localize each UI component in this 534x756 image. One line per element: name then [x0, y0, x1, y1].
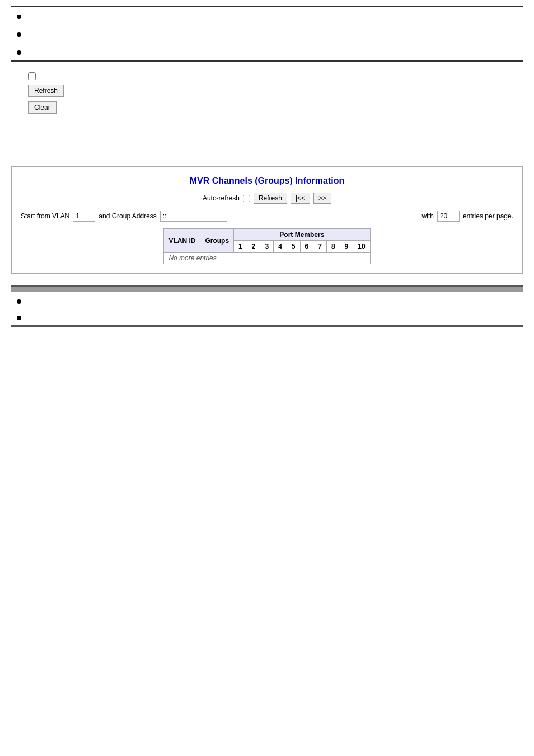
top-table-value-2 [123, 25, 523, 43]
top-table-value-1 [123, 7, 523, 25]
bullet-icon [17, 299, 21, 304]
filter-group-label: and Group Address [99, 212, 156, 220]
bottom-bullet-cell-1 [11, 292, 123, 309]
table-row [11, 309, 523, 326]
bottom-bullet-cell-2 [11, 309, 123, 326]
refresh-button[interactable]: Refresh [28, 85, 64, 97]
filter-start-vlan-label: Start from VLAN [21, 212, 69, 220]
auto-refresh-checkbox[interactable] [28, 72, 36, 80]
filter-group-input[interactable] [160, 211, 227, 222]
bullet-cell-1 [11, 7, 123, 25]
mvr-col-vlanid: VLAN ID [164, 229, 200, 253]
bullet-icon [17, 15, 21, 19]
mvr-col-port-5: 5 [287, 241, 300, 253]
controls-area: Refresh Clear [28, 72, 523, 114]
bullet-icon [17, 32, 21, 37]
mvr-prev-button[interactable]: |<< [291, 193, 310, 204]
mvr-table-wrapper: VLAN ID Groups Port Members 1 2 3 4 5 6 … [21, 228, 513, 264]
mvr-col-port-8: 8 [326, 241, 340, 253]
clear-btn-row: Clear [28, 101, 523, 114]
bottom-header-col1 [11, 286, 123, 293]
mvr-header-row-1: VLAN ID Groups Port Members [164, 229, 370, 241]
bullet-icon [17, 50, 21, 55]
mvr-channels-table: VLAN ID Groups Port Members 1 2 3 4 5 6 … [163, 228, 370, 264]
mvr-col-port-members: Port Members [234, 229, 371, 241]
mvr-filter-row: Start from VLAN and Group Address with e… [21, 211, 513, 222]
table-row [11, 43, 523, 62]
bottom-info-table [11, 285, 523, 327]
mvr-channels-section: MVR Channels (Groups) Information Auto-r… [11, 166, 523, 274]
mvr-next-button[interactable]: >> [313, 193, 331, 204]
filter-vlan-input[interactable] [73, 211, 95, 222]
mvr-col-port-2: 2 [247, 241, 260, 253]
bullet-icon [17, 316, 21, 320]
mvr-col-port-4: 4 [274, 241, 287, 253]
refresh-btn-row: Refresh [28, 85, 523, 97]
top-info-table [11, 6, 523, 62]
mvr-no-entries-row: No more entries [164, 253, 370, 264]
bullet-cell-2 [11, 25, 123, 43]
mvr-col-port-9: 9 [340, 241, 353, 253]
mvr-col-port-1: 1 [234, 241, 247, 253]
mvr-auto-refresh-label: Auto-refresh [203, 194, 240, 202]
filter-entries-input[interactable] [437, 211, 460, 222]
auto-refresh-row [28, 72, 523, 80]
mvr-col-groups: Groups [200, 229, 234, 253]
top-table-value-3 [123, 43, 523, 62]
table-row [11, 292, 523, 309]
mvr-section-title: MVR Channels (Groups) Information [21, 176, 513, 186]
filter-entries-label: entries per page. [463, 212, 513, 220]
table-row [11, 7, 523, 25]
mvr-col-port-7: 7 [313, 241, 327, 253]
mvr-no-entries-cell: No more entries [164, 253, 370, 264]
clear-button[interactable]: Clear [28, 101, 57, 114]
bottom-table-value-2 [123, 309, 523, 326]
table-row [11, 25, 523, 43]
filter-with-label: with [422, 212, 434, 220]
mvr-auto-refresh-checkbox[interactable] [243, 195, 250, 202]
bottom-header-col2 [123, 286, 523, 293]
mvr-controls-row: Auto-refresh Refresh |<< >> [21, 193, 513, 204]
bottom-table-value-1 [123, 292, 523, 309]
bottom-header-row [11, 286, 523, 293]
mvr-col-port-3: 3 [260, 241, 274, 253]
mvr-col-port-6: 6 [300, 241, 313, 253]
bullet-cell-3 [11, 43, 123, 62]
mvr-col-port-10: 10 [353, 241, 370, 253]
mvr-refresh-button[interactable]: Refresh [254, 193, 287, 204]
